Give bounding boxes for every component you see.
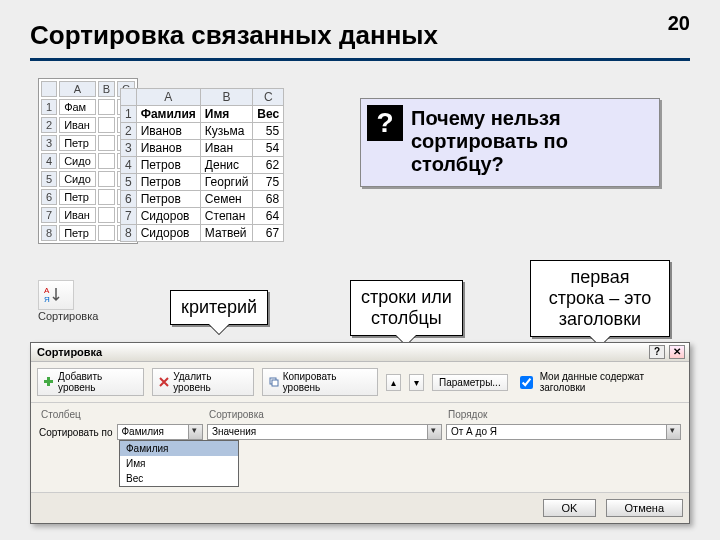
dropdown-option[interactable]: Вес (120, 471, 238, 486)
dialog-toolbar: Добавить уровень Удалить уровень Копиров… (31, 362, 689, 403)
arrow-down-icon: ▾ (414, 377, 419, 388)
dialog-title: Сортировка (37, 346, 102, 358)
arrow-up-icon: ▴ (391, 377, 396, 388)
callout-first-row: первая строка – это заголовки (530, 260, 670, 337)
delete-level-button[interactable]: Удалить уровень (152, 368, 254, 396)
question-text: Почему нельзя сортировать по столбцу? (411, 107, 649, 176)
close-button[interactable]: ✕ (669, 345, 685, 359)
sort-dialog: Сортировка ? ✕ Добавить уровень Удалить … (30, 342, 690, 524)
page-number: 20 (668, 12, 690, 35)
add-level-button[interactable]: Добавить уровень (37, 368, 144, 396)
sort-button-label: Сортировка (38, 310, 98, 322)
help-button[interactable]: ? (649, 345, 665, 359)
column-header: Столбец (37, 407, 205, 422)
ok-button[interactable]: OK (543, 499, 597, 517)
order-combo[interactable]: От А до Я (446, 424, 681, 440)
move-down-button[interactable]: ▾ (409, 374, 424, 391)
headers-checkbox-input[interactable] (520, 376, 533, 389)
dialog-titlebar: Сортировка ? ✕ (31, 343, 689, 362)
svg-rect-5 (272, 380, 278, 386)
dropdown-option[interactable]: Фамилия (120, 441, 238, 456)
sort-az-icon: АЯ (38, 280, 74, 310)
order-header: Порядок (444, 407, 683, 422)
dialog-buttons: OK Отмена (31, 492, 689, 523)
column-combo[interactable]: Фамилия (117, 424, 203, 440)
svg-text:А: А (44, 286, 50, 295)
data-table: ABC 1ФамилияИмяВес 2ИвановКузьма55 3Иван… (120, 88, 284, 242)
page-title: Сортировка связанных данных (30, 20, 438, 51)
question-mark-icon: ? (367, 105, 403, 141)
svg-rect-3 (44, 380, 53, 383)
sort-on-header: Сортировка (205, 407, 444, 422)
sort-ribbon-button[interactable]: АЯ Сортировка (38, 280, 98, 322)
headers-checkbox[interactable]: Мои данные содержат заголовки (516, 371, 683, 393)
dropdown-option[interactable]: Имя (120, 456, 238, 471)
chevron-down-icon (188, 425, 202, 439)
cancel-button[interactable]: Отмена (606, 499, 683, 517)
sort-on-combo[interactable]: Значения (207, 424, 442, 440)
sort-levels-grid: Столбец Сортировка Порядок Сортировать п… (31, 403, 689, 492)
delete-icon (159, 377, 169, 387)
callout-criterion: критерий (170, 290, 268, 325)
svg-text:Я: Я (44, 295, 50, 304)
add-icon (44, 377, 54, 387)
title-rule (30, 58, 690, 61)
copy-icon (269, 377, 279, 387)
column-dropdown[interactable]: Фамилия Имя Вес (119, 440, 239, 487)
chevron-down-icon (427, 425, 441, 439)
question-callout: ? Почему нельзя сортировать по столбцу? (360, 98, 660, 187)
sort-by-label: Сортировать по (39, 427, 113, 438)
move-up-button[interactable]: ▴ (386, 374, 401, 391)
chevron-down-icon (666, 425, 680, 439)
options-button[interactable]: Параметры... (432, 374, 508, 391)
copy-level-button[interactable]: Копировать уровень (262, 368, 378, 396)
callout-rows-cols: строки или столбцы (350, 280, 463, 336)
